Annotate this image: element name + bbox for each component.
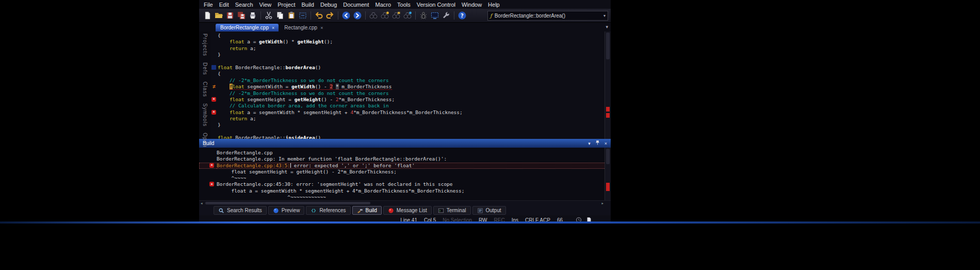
display-settings-icon[interactable] [430, 10, 440, 21]
error-mark [606, 183, 610, 191]
print-icon[interactable] [248, 10, 258, 21]
menu-macro[interactable]: Macro [372, 1, 395, 8]
side-tab-symbols[interactable]: Symbols [202, 103, 208, 126]
output-tab-terminal[interactable]: Terminal [433, 206, 471, 215]
editor-scrollbar[interactable] [605, 31, 611, 139]
menu-search[interactable]: Search [232, 1, 256, 8]
toolbar-separator [311, 11, 311, 20]
build-line: BorderRectangle.cpp: In member function … [199, 156, 611, 162]
function-combo-value: BorderRectangle::borderArea() [495, 13, 565, 19]
cut-icon[interactable] [264, 10, 274, 21]
menu-tools[interactable]: Tools [394, 1, 414, 8]
output-tab-output[interactable]: Output [472, 206, 506, 215]
code-line: float a = getWidth() * getHeight(); [210, 39, 611, 45]
undo-icon[interactable] [314, 10, 324, 21]
toolbar-separator [338, 11, 338, 20]
code-line: // -2*m_BorderThickness so we do not cou… [210, 77, 611, 84]
code-line: // Calculate border area, add the corner… [210, 103, 611, 109]
find-in-files-icon[interactable] [391, 10, 401, 21]
panel-close-icon[interactable]: × [605, 141, 607, 146]
new-file-icon[interactable] [202, 10, 213, 21]
code-line: float segmentHeight = getHeight() - 2*m_… [210, 97, 611, 103]
main-area: ProjectsDefsClassSymbolsOpen { float a =… [199, 31, 611, 139]
menu-help[interactable]: Help [485, 1, 503, 8]
panel-pin-icon[interactable] [595, 140, 600, 147]
output-tab-message-list[interactable]: Message List [383, 206, 432, 215]
output-tab-references[interactable]: References [306, 206, 350, 215]
menu-view[interactable]: View [256, 1, 275, 8]
redo-icon[interactable] [325, 10, 335, 21]
side-tab-class[interactable]: Class [202, 82, 208, 97]
menu-window[interactable]: Window [459, 1, 485, 8]
error-marker-icon: × [211, 97, 216, 102]
build-scrollbar[interactable] [605, 148, 611, 200]
forward-icon[interactable] [352, 10, 363, 21]
back-icon[interactable] [341, 10, 351, 21]
build-panel-titlebar: Build ▾× [199, 139, 611, 148]
help-icon[interactable]: ? [457, 10, 467, 21]
tab-borderrectangle-cpp[interactable]: BorderRectangle.cpp× [216, 24, 279, 31]
build-lines: BorderRectangle.cppBorderRectangle.cpp: … [199, 150, 611, 200]
tab-close-icon[interactable]: × [272, 25, 274, 30]
scroll-left-icon[interactable]: ◂ [201, 201, 203, 205]
tab-close-icon[interactable]: × [320, 25, 323, 30]
snippet-icon[interactable] [298, 10, 308, 21]
build-output: BorderRectangle.cppBorderRectangle.cpp: … [199, 148, 611, 200]
code-line: float BorderRectangle::borderArea() [210, 65, 611, 71]
find-symbol-icon[interactable] [402, 10, 413, 21]
copy-icon[interactable] [275, 10, 285, 21]
log-file-icon[interactable] [586, 217, 592, 221]
menu-bar: FileEditSearchViewProjectBuildDebugDocum… [199, 0, 611, 9]
build-line: ^~~~~ [199, 175, 611, 181]
menu-project[interactable]: Project [274, 1, 298, 8]
panel-collapse-icon[interactable]: ▾ [588, 141, 591, 146]
output-tab-search-results[interactable]: Search Results [214, 206, 267, 215]
build-error-line[interactable]: BorderRectangle.cpp:43:5: error: expecte… [199, 163, 611, 169]
menu-file[interactable]: File [201, 1, 216, 8]
bug-icon[interactable] [418, 10, 429, 21]
code-line: float a = segmentWidth * segmentHeight +… [210, 109, 611, 116]
history-icon[interactable] [576, 217, 582, 221]
tab-overflow-chevron-icon[interactable]: ▾ [606, 24, 608, 29]
output-tab-build[interactable]: Build [352, 206, 382, 215]
menu-version-control[interactable]: Version Control [414, 1, 459, 8]
build-settings-icon[interactable] [441, 10, 451, 21]
tab-rectangle-cpp[interactable]: Rectangle.cpp× [280, 24, 327, 31]
open-file-icon[interactable] [214, 10, 224, 21]
references-icon [311, 208, 317, 214]
paste-icon[interactable] [286, 10, 297, 21]
menu-build[interactable]: Build [298, 1, 317, 8]
side-tab-defs[interactable]: Defs [202, 62, 208, 75]
find-icon[interactable] [368, 10, 379, 21]
code-line: } [210, 122, 611, 128]
output-icon [477, 208, 483, 214]
hscrollbar-thumb[interactable] [205, 202, 370, 204]
scroll-right-icon[interactable]: ▸ [601, 201, 603, 205]
menu-debug[interactable]: Debug [317, 1, 340, 8]
message-list-icon [388, 208, 394, 214]
output-tab-preview[interactable]: Preview [268, 206, 305, 215]
scrollbar-thumb[interactable] [606, 149, 610, 164]
editor-tab-bar: BorderRectangle.cpp×Rectangle.cpp× ▾ [199, 23, 611, 31]
output-tab-label: Terminal [447, 208, 466, 213]
chevron-down-icon[interactable]: ▾ [603, 13, 606, 18]
status-ins: Ins [512, 217, 518, 222]
side-tab-projects[interactable]: Projects [202, 34, 208, 56]
output-tab-label: Search Results [227, 208, 262, 213]
build-error-line[interactable]: BorderRectangle.cpp:45:30: error: 'segme… [199, 181, 611, 187]
menu-document[interactable]: Document [340, 1, 372, 8]
error-marker-icon: × [209, 182, 214, 186]
error-marker-icon: × [209, 163, 214, 168]
build-hscrollbar[interactable]: ◂ ▸ [199, 200, 611, 205]
find-replace-icon[interactable] [380, 10, 390, 21]
toolbar: ? ƒ BorderRectangle::borderArea() ▾ [199, 9, 611, 23]
toolbar-icons: ? [202, 10, 468, 21]
save-icon[interactable] [225, 10, 235, 21]
menu-edit[interactable]: Edit [216, 1, 232, 8]
save-all-icon[interactable] [236, 10, 247, 21]
function-scope-combo[interactable]: ƒ BorderRectangle::borderArea() ▾ [487, 11, 608, 21]
scrollbar-thumb[interactable] [606, 33, 610, 59]
code-editor[interactable]: { float a = getWidth() * getHeight(); re… [210, 31, 611, 139]
status-items: Line 41Col 5No SelectionRWRECInsCRLF ACP… [400, 217, 563, 222]
build-line: float a = segmentWidth * segmentHeight +… [199, 188, 611, 194]
